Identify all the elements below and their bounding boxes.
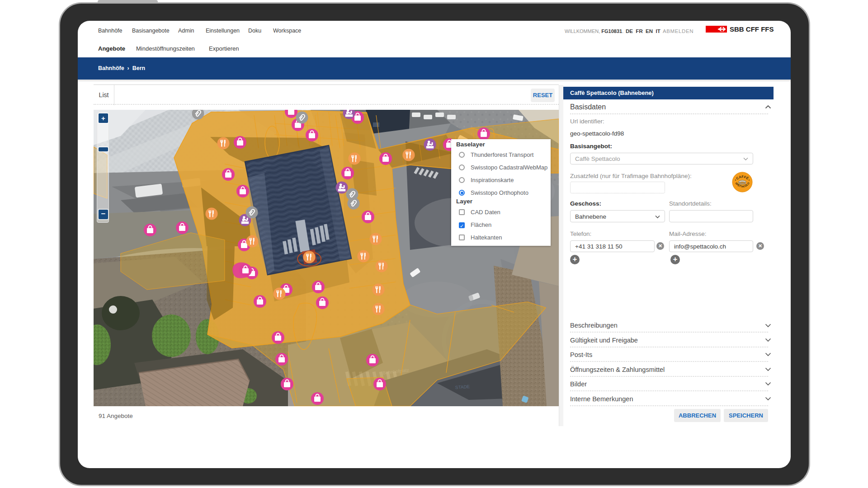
svg-text:SBB CFF FFS: SBB CFF FFS [730,25,774,33]
svg-text:STADE: STADE [455,384,470,390]
